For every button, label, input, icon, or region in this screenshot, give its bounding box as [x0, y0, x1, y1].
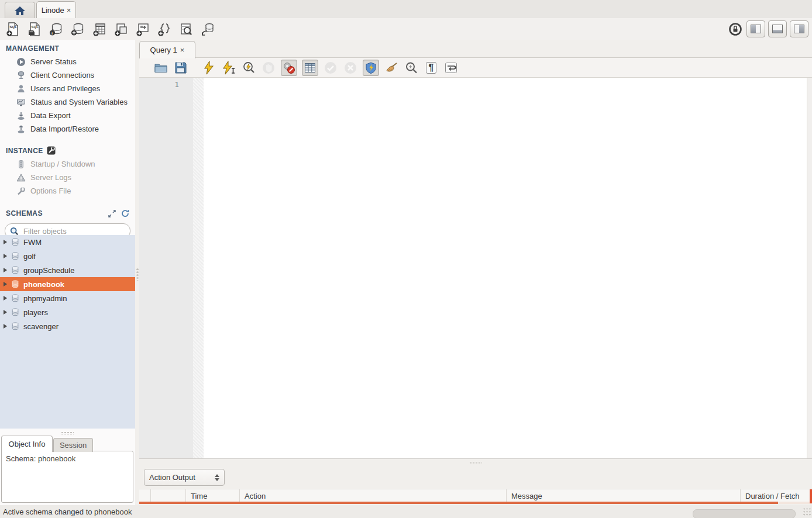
query-tab[interactable]: Query 1 × — [139, 41, 195, 58]
open-sql-script-button[interactable]: SQL — [26, 21, 43, 37]
schema-icon — [11, 252, 19, 260]
close-icon[interactable]: × — [180, 46, 185, 54]
schema-row-phonebook[interactable]: phonebook — [0, 277, 135, 291]
chevron-right-icon[interactable] — [4, 324, 7, 329]
column-header-duration-fetch[interactable]: Duration / Fetch — [741, 489, 812, 503]
close-icon[interactable]: × — [67, 6, 71, 14]
expand-icon[interactable] — [108, 210, 116, 217]
rollback-button[interactable] — [343, 60, 358, 75]
chevron-right-icon[interactable] — [4, 240, 7, 244]
column-header-message[interactable]: Message — [507, 489, 741, 503]
sidebar-item-status-system-variables[interactable]: Status and System Variables — [0, 95, 135, 109]
line-number: 1 — [174, 80, 179, 89]
server-logs-icon — [16, 173, 26, 182]
stop-execution-button[interactable] — [261, 60, 276, 75]
schema-name: phpmyadmin — [23, 294, 67, 303]
sidebar: MANAGEMENT Server Status Client Connecti… — [0, 40, 135, 505]
save-script-button[interactable] — [173, 60, 188, 75]
toggle-stop-on-error-button[interactable] — [281, 60, 297, 76]
sidebar-item-data-import[interactable]: Data Import/Restore — [0, 122, 135, 136]
inspect-database-button[interactable]: i — [48, 21, 64, 37]
connection-tab[interactable]: Linode × — [36, 1, 76, 19]
open-sql-file-button[interactable] — [153, 60, 168, 75]
sidebar-item-options-file[interactable]: Options File — [0, 184, 135, 198]
rollback-x-icon — [343, 61, 357, 75]
schema-row-scavenger[interactable]: scavenger — [0, 319, 135, 333]
sidebar-splitter-grip[interactable] — [61, 431, 74, 434]
lightning-cursor-icon — [222, 61, 236, 75]
sql-editor-canvas[interactable]: 1 — [139, 78, 812, 498]
chevron-right-icon[interactable] — [4, 268, 7, 272]
sidebar-item-server-logs[interactable]: Server Logs — [0, 171, 135, 184]
output-horizontal-scrollbar[interactable] — [139, 502, 778, 504]
column-header-time[interactable]: Time — [186, 489, 240, 503]
broom-icon — [384, 61, 398, 75]
output-vertical-scrollbar[interactable] — [810, 489, 812, 503]
autocommit-shield-icon — [364, 61, 377, 74]
new-sql-tab-button[interactable]: SQL — [5, 21, 21, 37]
management-section-header: MANAGEMENT — [0, 40, 135, 55]
editor-vertical-scrollbar[interactable] — [807, 78, 812, 498]
toggle-invisible-characters-button[interactable]: ¶ — [424, 60, 439, 75]
create-view-button[interactable] — [113, 21, 129, 37]
chevron-right-icon[interactable] — [4, 310, 7, 315]
toggle-word-wrap-button[interactable] — [443, 60, 459, 75]
toggle-right-sidebar-button[interactable] — [790, 20, 808, 37]
limit-rows-button[interactable] — [302, 60, 318, 76]
beautify-script-button[interactable] — [384, 60, 399, 75]
chevron-right-icon[interactable] — [4, 296, 7, 301]
column-header-index[interactable] — [151, 489, 186, 503]
schema-row-groupschedule[interactable]: groupSchedule — [0, 263, 135, 277]
sidebar-item-data-export[interactable]: Data Export — [0, 109, 135, 122]
sidebar-item-startup-shutdown[interactable]: Startup / Shutdown — [0, 157, 135, 171]
svg-text:SQL: SQL — [32, 25, 39, 29]
column-header-status[interactable] — [139, 489, 151, 503]
toggle-left-sidebar-button[interactable] — [746, 20, 765, 37]
lock-status-button[interactable] — [727, 21, 744, 37]
output-panel: Action Output Time Action Message Durati… — [139, 465, 812, 505]
panel-left-icon — [751, 25, 761, 33]
explain-icon — [242, 61, 256, 75]
search-table-data-button[interactable] — [178, 21, 194, 37]
wrench-badge-icon — [47, 146, 56, 155]
reconnect-dbms-button[interactable] — [199, 21, 216, 37]
refresh-icon[interactable] — [121, 209, 129, 217]
chevron-right-icon[interactable] — [4, 282, 7, 286]
create-table-button[interactable] — [91, 21, 108, 37]
schema-tree: FWM golf groupSchedule phonebook phpmyad… — [0, 235, 135, 429]
sidebar-item-users-and-privileges[interactable]: Users and Privileges — [0, 82, 135, 95]
sql-file-open-icon: SQL — [27, 22, 42, 37]
schema-filter-input[interactable] — [22, 226, 128, 236]
scrollbar-thumb[interactable] — [693, 509, 796, 518]
resize-grip-icon[interactable] — [803, 507, 811, 516]
explain-button[interactable] — [241, 60, 256, 75]
tab-object-info[interactable]: Object Info — [1, 436, 53, 452]
create-function-button[interactable] — [156, 21, 173, 37]
schema-row-golf[interactable]: golf — [0, 249, 135, 263]
tab-session[interactable]: Session — [53, 438, 93, 452]
database-plus-icon — [70, 22, 85, 37]
panel-right-icon — [794, 25, 804, 33]
schema-row-fwm[interactable]: FWM — [0, 235, 135, 249]
sidebar-item-label: Users and Privileges — [30, 84, 100, 93]
chevron-right-icon[interactable] — [4, 254, 7, 258]
execute-button[interactable] — [201, 60, 216, 75]
create-schema-button[interactable] — [70, 21, 86, 37]
line-number-gutter: 1 — [139, 78, 193, 498]
create-procedure-button[interactable] — [135, 21, 151, 37]
find-button[interactable] — [404, 60, 419, 75]
toggle-autocommit-button[interactable] — [363, 60, 379, 76]
commit-button[interactable] — [323, 60, 338, 75]
search-icon — [10, 227, 19, 236]
toggle-output-area-button[interactable] — [768, 20, 787, 37]
output-type-select[interactable]: Action Output — [144, 469, 225, 486]
sidebar-item-server-status[interactable]: Server Status — [0, 55, 135, 68]
schema-row-phpmyadmin[interactable]: phpmyadmin — [0, 291, 135, 305]
sidebar-item-client-connections[interactable]: Client Connections — [0, 68, 135, 82]
execute-current-statement-button[interactable] — [221, 60, 236, 75]
schema-row-players[interactable]: players — [0, 305, 135, 319]
column-header-action[interactable]: Action — [240, 489, 507, 503]
fold-margin — [193, 78, 204, 498]
schema-icon — [11, 266, 19, 274]
home-tab[interactable] — [5, 2, 35, 19]
